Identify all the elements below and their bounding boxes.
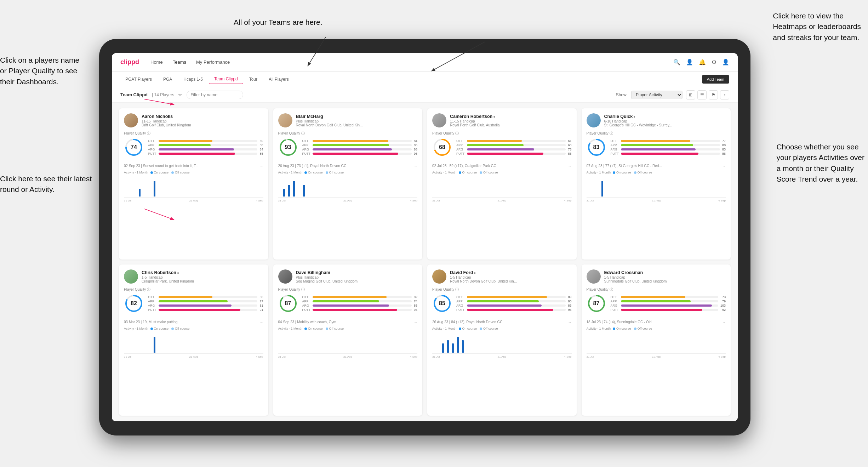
tab-pga[interactable]: PGA [158,75,177,84]
player-handicap: Plus Handicap [296,275,418,279]
quality-section[interactable]: 87 OTT 82 APP 74 ARG 85 PUTT 94 [278,294,418,313]
user-icon[interactable]: 👤 [686,59,693,66]
tab-tour[interactable]: Tour [244,75,262,84]
activity-section: Activity · 1 Month On course Off course [124,171,263,202]
add-team-button[interactable]: Add Team [702,75,729,84]
player-name[interactable]: Cameron Robertson● [450,114,572,119]
player-card-charlie-quick[interactable]: Charlie Quick● 6-10 Handicap St. George'… [582,108,731,260]
last-round[interactable]: 18 Jul 23 | 74 (+4), Sunningdale GC - Ol… [587,317,726,324]
filter-input[interactable] [187,91,243,99]
player-name[interactable]: Dave Billingham [296,270,418,275]
tab-all-players[interactable]: All Players [264,75,294,84]
quality-circle-container[interactable]: 87 [587,294,606,313]
grid-view-button[interactable]: ⊞ [686,90,695,99]
quality-section[interactable]: 85 OTT 89 APP 80 ARG 83 PUTT 96 [432,294,572,313]
player-card-dave-billingham[interactable]: Dave Billingham Plus Handicap Sog Maging… [273,264,423,416]
bell-icon[interactable]: 🔔 [699,59,706,66]
player-info: David Ford● 1-5 Handicap Royal North Dev… [450,270,572,283]
search-icon[interactable]: 🔍 [673,59,680,66]
quality-section[interactable]: 74 OTT 60 APP 58 ARG 84 PUTT 85 [124,137,263,157]
last-round[interactable]: 07 Aug 23 | 77 (+7), St George's Hill GC… [587,161,726,168]
last-round[interactable]: 04 Sep 23 | Mobility with coach, Gym → [278,317,418,324]
settings-icon[interactable]: ⚙ [712,59,716,66]
activity-legend: On course Off course [304,171,344,174]
filter-button[interactable]: ⚑ [709,90,718,99]
player-card-david-ford[interactable]: David Ford● 1-5 Handicap Royal North Dev… [427,264,577,416]
quality-circle-container[interactable]: 82 [124,294,144,313]
app-value: 85 [414,143,417,147]
quality-circle-container[interactable]: 87 [278,294,298,313]
legend-off-course: Off course [634,171,652,174]
player-name[interactable]: David Ford● [450,270,572,275]
quality-section[interactable]: 83 OTT 77 APP 80 ARG 83 PUTT 86 [587,137,726,157]
player-name[interactable]: Blair McHarg [296,114,418,119]
nav-teams[interactable]: Teams [173,58,186,66]
quality-label: Player Quality ⓘ [432,131,572,136]
player-card-aaron-nicholls[interactable]: Aaron Nicholls 11-15 Handicap Drift Golf… [119,108,268,260]
arg-label: ARG [302,148,311,151]
player-name[interactable]: Edward Crossman [604,270,726,275]
quality-label: Player Quality ⓘ [124,131,263,136]
quality-circle-container[interactable]: 83 [587,137,606,157]
player-name[interactable]: Aaron Nicholls [142,114,263,119]
quality-circle-container[interactable]: 68 [432,137,452,157]
last-round-text: 02 Sep 23 | Sunset round to get back int… [124,164,199,168]
on-course-label: On course [154,327,169,330]
tab-hcaps[interactable]: Hcaps 1-5 [178,75,208,84]
quality-section[interactable]: 82 OTT 60 APP 77 ARG 81 PUTT 91 [124,294,263,313]
player-card-blair-mcharg[interactable]: Blair McHarg Plus Handicap Royal North D… [273,108,423,260]
ipad-screen: clippd Home Teams My Performance 🔍 👤 🔔 ⚙… [112,53,738,421]
list-view-button[interactable]: ☰ [697,90,707,99]
quality-circle-container[interactable]: 93 [278,137,298,157]
activity-section: Activity · 1 Month On course Off course [278,171,418,202]
team-header-right: Show: Player Activity Quality Score Tren… [616,90,729,99]
on-course-dot [150,171,153,174]
quality-section[interactable]: 93 OTT 84 APP 85 ARG 88 PUTT 95 [278,137,418,157]
bar-on-course [447,340,449,353]
last-round[interactable]: 02 Jul 23 | 59 (+17), Craigmillar Park G… [432,161,572,168]
off-course-label: Off course [483,327,498,330]
stat-bar [621,153,698,155]
ott-value: 60 [259,295,263,299]
quality-circle-container[interactable]: 85 [432,294,452,313]
player-name[interactable]: Chris Robertson● [142,270,263,275]
player-card-cameron-robertson[interactable]: Cameron Robertson● 11-15 Handicap Royal … [427,108,577,260]
nav-my-performance[interactable]: My Performance [196,58,230,66]
player-card-edward-crossman[interactable]: Edward Crossman 1-5 Handicap Sunningdale… [582,264,731,416]
last-round[interactable]: 02 Sep 23 | Sunset round to get back int… [124,161,263,168]
tab-pgat-players[interactable]: PGAT Players [120,75,157,84]
player-name[interactable]: Charlie Quick● [604,114,726,119]
player-card-header: Dave Billingham Plus Handicap Sog Maging… [278,269,418,284]
ott-value: 82 [414,295,417,299]
quality-section[interactable]: 87 OTT 73 APP 79 ARG 103 PUTT 92 [587,294,726,313]
off-course-label: Off course [329,327,344,330]
last-round[interactable]: 26 Aug 23 | 73 (+1), Royal North Devon G… [278,161,418,168]
activity-legend: On course Off course [459,171,498,174]
tab-team-clippd[interactable]: Team Clippd [209,74,243,84]
sort-button[interactable]: ↕ [720,90,729,99]
stat-bar-container [467,144,566,146]
last-round[interactable]: 03 Mar 23 | 19, Must make putting → [124,317,263,324]
chart-bar-group [154,181,155,197]
stat-bar [467,309,553,311]
chart-x-label: 4 Sep [564,199,572,202]
quality-circle-container[interactable]: 74 [124,137,144,157]
putt-value: 85 [568,152,571,155]
quality-section[interactable]: 68 OTT 61 APP 63 ARG 75 PUTT 85 [432,137,572,157]
chart-x-label: 4 Sep [410,355,417,358]
logo[interactable]: clippd [120,58,139,66]
activity-header: Activity · 1 Month On course Off course [432,171,572,174]
show-select[interactable]: Player Activity Quality Score Trend [631,91,683,99]
ott-label: OTT [148,295,156,299]
stat-bar-container [159,300,258,302]
player-avatar [278,113,292,127]
edit-icon[interactable]: ✏ [178,92,182,97]
last-round[interactable]: 26 Aug 23 | 84 (+12), Royal North Devon … [432,317,572,324]
stat-bar [313,296,387,298]
avatar-icon[interactable]: 👤 [722,59,729,66]
putt-label: PUTT [456,308,465,312]
app-label: APP [302,143,311,147]
chart-x-label: 21 Aug [189,199,198,202]
player-card-chris-robertson[interactable]: Chris Robertson● 1-5 Handicap Craigmilla… [119,264,268,416]
nav-home[interactable]: Home [150,58,163,66]
